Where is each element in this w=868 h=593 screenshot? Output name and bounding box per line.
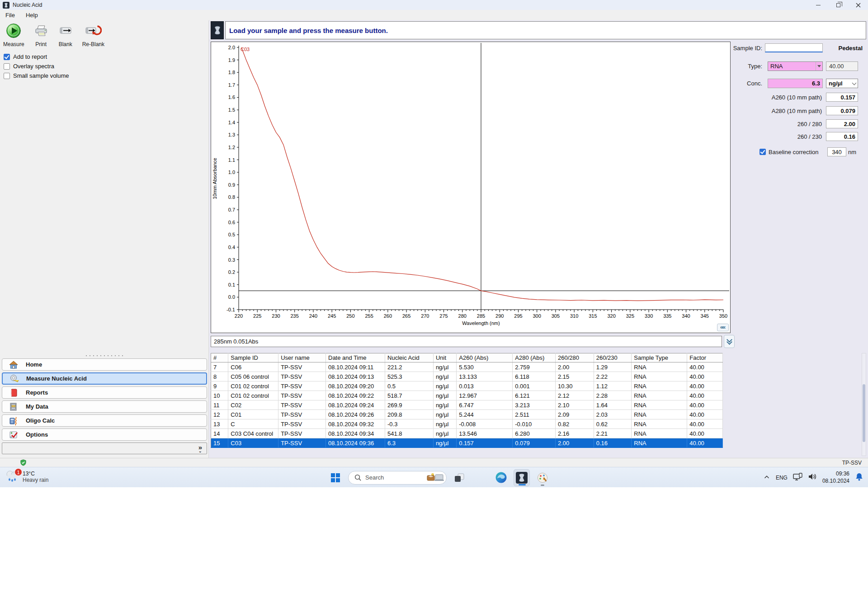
- minimize-button[interactable]: [808, 0, 828, 10]
- sidebar-item-options[interactable]: Options: [2, 428, 207, 441]
- reblank-btn-icon: [85, 23, 102, 40]
- table-cell: 269.9: [385, 400, 434, 410]
- column-header[interactable]: Nucleic Acid: [385, 353, 434, 362]
- table-row[interactable]: 15C03TP-SSV08.10.2024 09:366.3ng/µl0.157…: [211, 438, 723, 448]
- table-cell: RNA: [632, 438, 687, 448]
- table-scrollbar[interactable]: [862, 353, 866, 456]
- task-view-icon: [454, 472, 465, 483]
- table-cell: RNA: [632, 429, 687, 438]
- table-cell: 2.759: [513, 362, 556, 372]
- svg-text:350: 350: [719, 313, 727, 319]
- table-cell: C03: [228, 438, 278, 448]
- sample-id-input[interactable]: [765, 43, 823, 52]
- caret-down-icon: [817, 65, 821, 67]
- column-header[interactable]: #: [211, 353, 228, 362]
- spectrum-chart-svg[interactable]: -0.10.00.10.20.30.40.50.60.70.80.91.01.1…: [211, 42, 730, 333]
- svg-text:265: 265: [402, 313, 410, 319]
- table-cell: C05 06 control: [228, 372, 278, 381]
- volume-icon[interactable]: [808, 473, 817, 482]
- table-row[interactable]: 7C06TP-SSV08.10.2024 09:11221.2ng/µl5.53…: [211, 362, 723, 372]
- svg-text:295: 295: [514, 313, 522, 319]
- checkbox-add-to-report[interactable]: Add to report: [4, 52, 69, 61]
- language-indicator[interactable]: ENG: [776, 475, 788, 481]
- toolbar-measure-button[interactable]: Measure: [2, 22, 26, 48]
- my-data-icon: [9, 402, 19, 412]
- column-header[interactable]: A260 (Abs): [457, 353, 513, 362]
- concentration-label: Conc.: [741, 80, 762, 87]
- tray-expand-button[interactable]: [763, 474, 770, 482]
- menu-file[interactable]: File: [0, 10, 20, 20]
- checkbox-label: Overlay spectra: [13, 63, 54, 70]
- svg-text:220: 220: [235, 313, 243, 319]
- clock[interactable]: 09:36 08.10.2024: [822, 471, 849, 485]
- table-cell: 40.00: [687, 429, 723, 438]
- checkbox-small-sample-volume[interactable]: Small sample volume: [4, 71, 69, 80]
- type-dropdown[interactable]: RNA: [768, 61, 823, 71]
- sidebar-item-my-data[interactable]: My Data: [2, 400, 207, 413]
- table-row[interactable]: 13CTP-SSV08.10.2024 09:32-0.3ng/µl-0.008…: [211, 419, 723, 429]
- notification-bell-icon[interactable]: [855, 472, 863, 483]
- close-icon: [856, 3, 861, 8]
- restore-button[interactable]: [828, 0, 848, 10]
- menu-help[interactable]: Help: [20, 10, 43, 20]
- table-row[interactable]: 14C03 C04 controlTP-SSV08.10.2024 09:345…: [211, 429, 723, 438]
- column-header[interactable]: User name: [278, 353, 326, 362]
- toolbar-blank-button[interactable]: Blank: [57, 22, 75, 48]
- empty-area: [0, 487, 868, 593]
- close-button[interactable]: [848, 0, 868, 10]
- weather-widget[interactable]: 1 13°C Heavy rain: [5, 469, 48, 485]
- app-window: Nucleic Acid FileHelp MeasurePrintBlankR…: [0, 0, 868, 467]
- column-header[interactable]: 260/230: [594, 353, 632, 362]
- paint-app-button[interactable]: [534, 469, 551, 486]
- unit-dropdown[interactable]: ng/µl: [826, 79, 858, 88]
- svg-text:340: 340: [682, 313, 690, 319]
- table-cell: 0.157: [457, 438, 513, 448]
- titlebar: Nucleic Acid: [0, 0, 868, 10]
- table-cell: ng/µl: [433, 372, 456, 381]
- svg-text:1.0: 1.0: [228, 169, 235, 175]
- sidebar-collapse-button[interactable]: »⌄: [198, 444, 202, 453]
- svg-text:1.7: 1.7: [228, 82, 235, 88]
- sidebar-item-oligo-calc[interactable]: Oligo Calc: [2, 414, 207, 427]
- sidebar-item-home[interactable]: Home: [2, 358, 207, 371]
- baseline-checkbox[interactable]: [760, 149, 766, 155]
- search-highlight-image[interactable]: [426, 472, 444, 483]
- expand-details-button[interactable]: [724, 335, 735, 348]
- toolbar-print-button[interactable]: Print: [32, 22, 50, 48]
- sidebar-item-measure-nucleic-acid[interactable]: Measure Nucleic Acid: [2, 372, 207, 385]
- x-axis-label: Wavelength (nm): [462, 320, 500, 326]
- column-header[interactable]: 260/280: [556, 353, 594, 362]
- column-header[interactable]: Sample Type: [632, 353, 687, 362]
- table-row[interactable]: 8C05 06 controlTP-SSV08.10.2024 09:13525…: [211, 372, 723, 381]
- table-cell: 08.10.2024 09:32: [326, 419, 385, 429]
- scrollbar-thumb[interactable]: [863, 384, 865, 442]
- table-row[interactable]: 10C01 02 controlTP-SSV08.10.2024 09:2251…: [211, 391, 723, 400]
- column-header[interactable]: Sample ID: [228, 353, 278, 362]
- sidebar-item-reports[interactable]: Reports: [2, 386, 207, 399]
- toolbar-reblank-button[interactable]: Re-Blank: [81, 22, 106, 48]
- task-view-button[interactable]: [451, 469, 467, 486]
- column-header[interactable]: A280 (Abs): [513, 353, 556, 362]
- nucleic-acid-app-button[interactable]: [514, 469, 530, 486]
- y-axis-label: 10mm Absorbance: [212, 158, 217, 199]
- sidebar-splitter[interactable]: [84, 354, 125, 357]
- checkbox-label: Add to report: [13, 53, 47, 60]
- status-message: Load your sample and press the measure b…: [229, 27, 388, 34]
- column-header[interactable]: Unit: [433, 353, 456, 362]
- edge-browser-button[interactable]: [493, 469, 509, 486]
- table-cell: 13.133: [457, 372, 513, 381]
- table-cell: C: [228, 419, 278, 429]
- column-header[interactable]: Date and Time: [326, 353, 385, 362]
- table-row[interactable]: 9C01 02 controlTP-SSV08.10.2024 09:200.5…: [211, 381, 723, 391]
- pedestal-mode-label: Pedestal: [826, 45, 863, 52]
- sidebar-item-label: Oligo Calc: [26, 417, 55, 424]
- network-icon[interactable]: [793, 473, 802, 483]
- start-button[interactable]: [327, 469, 344, 486]
- checkbox-overlay-spectra[interactable]: Overlay spectra: [4, 61, 69, 71]
- collapse-panel-button[interactable]: ««: [717, 324, 729, 331]
- search-box[interactable]: Search: [348, 471, 447, 485]
- table-cell: TP-SSV: [278, 419, 326, 429]
- table-row[interactable]: 12C01TP-SSV08.10.2024 09:26209.8ng/µl5.2…: [211, 410, 723, 419]
- column-header[interactable]: Factor: [687, 353, 723, 362]
- table-row[interactable]: 11C02TP-SSV08.10.2024 09:24269.9ng/µl6.7…: [211, 400, 723, 410]
